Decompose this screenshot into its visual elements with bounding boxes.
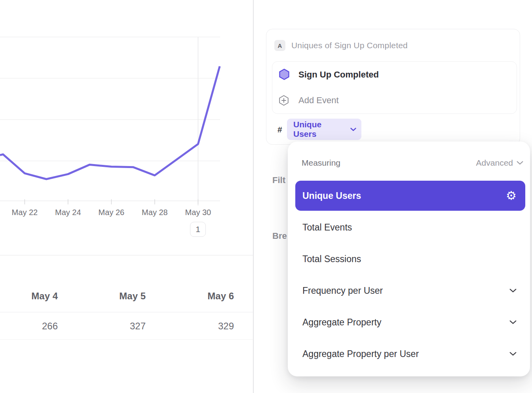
chevron-down-icon [509,320,517,324]
table-column-header[interactable]: May 6 [146,290,234,302]
table-bottom-border [0,339,253,340]
add-event-button[interactable]: Add Event [298,94,339,106]
table-cell-value: 266 [0,320,58,332]
panel-divider [253,0,254,393]
table-column-header[interactable]: May 4 [0,290,58,302]
measuring-option-label: Total Sessions [302,254,517,265]
table-top-border [0,255,253,255]
measuring-option-total-events[interactable]: Total Events [295,212,525,242]
table-header-row: May 4May 5May 6 [0,290,253,302]
measuring-option-aggregate-property[interactable]: Aggregate Property [295,307,525,337]
measuring-option-unique-users[interactable]: Unique Users⚙ [295,181,525,211]
chevron-down-icon [509,352,517,356]
measuring-option-label: Aggregate Property [302,317,509,328]
measuring-option-aggregate-property-per-user[interactable]: Aggregate Property per User [295,339,525,369]
series-line[interactable] [0,66,220,179]
line-chart[interactable]: May 22May 24May 26May 28May 30 [0,0,253,257]
measuring-dropdown: Measuring Advanced Unique Users⚙Total Ev… [288,142,530,376]
x-tick-label: May 26 [99,208,125,217]
chevron-down-icon [517,161,523,165]
x-tick-label: May 30 [185,208,211,217]
measuring-mode-selector[interactable]: Advanced [476,158,523,168]
metric-selector-value: Unique Users [293,120,346,139]
metric-selector[interactable]: Unique Users [287,119,361,140]
series-row: A Uniques of Sign Up Completed [274,40,408,51]
table-value-row: 266327329 [0,320,253,332]
series-letter-badge[interactable]: A [274,40,285,51]
measuring-option-label: Total Events [302,222,517,233]
insights-screen: May 22May 24May 26May 28May 30 1 May 4Ma… [0,0,532,393]
measuring-option-label: Aggregate Property per User [302,349,509,359]
x-tick-label: May 24 [55,208,81,217]
x-tick-label: May 22 [12,208,38,217]
gear-icon[interactable]: ⚙ [506,190,517,202]
measuring-mode-value: Advanced [476,158,513,168]
measuring-label: Measuring [302,158,340,168]
event-hexagon-icon [278,68,290,82]
event-card: Sign Up Completed Add Event [272,61,517,114]
series-title: Uniques of Sign Up Completed [291,41,408,50]
x-tick-label: May 28 [142,208,168,217]
filter-section-label: Filt [272,175,285,186]
metric-hash-label: # [277,124,282,135]
table-header-divider [0,312,253,312]
table-cell-value: 329 [146,320,234,332]
chevron-down-icon [350,128,356,131]
measuring-header: Measuring Advanced [302,157,523,168]
chevron-down-icon [509,289,517,293]
table-cell-value: 327 [58,320,146,332]
measuring-option-frequency-per-user[interactable]: Frequency per User [295,276,525,306]
measuring-option-label: Unique Users [302,191,506,201]
event-name[interactable]: Sign Up Completed [298,69,379,81]
table-column-header[interactable]: May 5 [58,290,146,302]
breakdown-section-label: Bre [272,231,287,242]
query-builder-card: A Uniques of Sign Up Completed Sign Up C… [266,29,520,145]
chart-annotation-badge[interactable]: 1 [190,222,206,237]
measuring-option-total-sessions[interactable]: Total Sessions [295,244,525,274]
measuring-option-label: Frequency per User [302,285,509,296]
add-event-icon [278,95,289,108]
